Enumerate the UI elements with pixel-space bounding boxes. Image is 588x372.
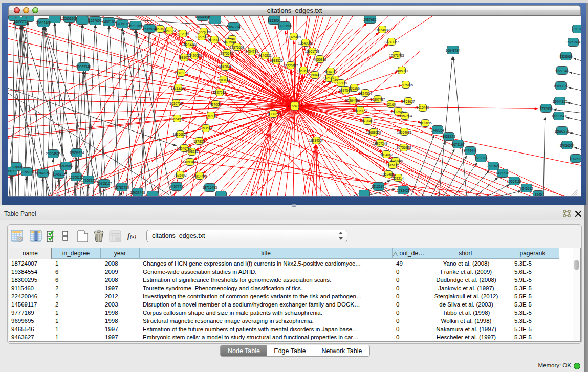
svg-text:2718170: 2718170 xyxy=(175,71,188,74)
svg-text:9245: 9245 xyxy=(535,192,542,196)
svg-text:12859924: 12859924 xyxy=(70,150,84,154)
svg-text:1990443: 1990443 xyxy=(308,73,321,76)
svg-text:7857274: 7857274 xyxy=(227,25,241,28)
svg-text:10654112: 10654112 xyxy=(507,179,522,183)
svg-text:11325419: 11325419 xyxy=(287,35,301,38)
svg-text:3875645: 3875645 xyxy=(220,51,233,55)
svg-text:417006: 417006 xyxy=(210,102,221,106)
svg-text:9777169: 9777169 xyxy=(334,81,347,84)
svg-text:1615172: 1615172 xyxy=(386,163,399,166)
svg-text:9360124: 9360124 xyxy=(163,29,176,32)
svg-text:20364436: 20364436 xyxy=(345,98,360,102)
svg-text:10958107: 10958107 xyxy=(97,181,112,185)
svg-text:1145113: 1145113 xyxy=(53,172,66,176)
svg-text:10688609: 10688609 xyxy=(366,130,381,134)
svg-text:9115460: 9115460 xyxy=(417,105,429,109)
svg-text:14136141: 14136141 xyxy=(372,184,386,188)
svg-text:62160: 62160 xyxy=(386,102,396,106)
svg-text:1733426: 1733426 xyxy=(397,188,410,192)
svg-text:16210643: 16210643 xyxy=(552,114,567,117)
svg-text:16782759: 16782759 xyxy=(115,185,129,189)
svg-text:16543382: 16543382 xyxy=(182,42,197,46)
svg-text:2603144: 2603144 xyxy=(217,78,230,81)
svg-text:8186323: 8186323 xyxy=(208,38,221,41)
svg-text:20691406: 20691406 xyxy=(36,20,51,24)
svg-text:22420046: 22420046 xyxy=(187,53,202,57)
svg-text:15751074: 15751074 xyxy=(566,40,581,43)
svg-text:10756928: 10756928 xyxy=(397,145,411,149)
svg-text:19384554: 19384554 xyxy=(309,138,324,142)
svg-text:9084067: 9084067 xyxy=(380,152,393,156)
svg-text:23226058: 23226058 xyxy=(197,30,211,33)
svg-text:14957694: 14957694 xyxy=(398,114,412,117)
svg-text:6497568: 6497568 xyxy=(339,88,352,92)
svg-text:18724007: 18724007 xyxy=(288,104,302,107)
svg-text:12093872: 12093872 xyxy=(554,84,569,87)
svg-text:9474444: 9474444 xyxy=(464,148,477,152)
svg-text:12444155: 12444155 xyxy=(553,99,568,103)
svg-text:19524851: 19524851 xyxy=(381,172,396,176)
svg-text:12213302: 12213302 xyxy=(171,86,186,90)
svg-text:13640910: 13640910 xyxy=(298,41,313,45)
svg-text:587832: 587832 xyxy=(193,139,205,143)
svg-text:15692971: 15692971 xyxy=(555,129,570,133)
svg-text:9457771: 9457771 xyxy=(170,184,183,188)
svg-text:12975115: 12975115 xyxy=(399,83,413,86)
svg-text:10025458: 10025458 xyxy=(391,110,406,113)
svg-text:12923448: 12923448 xyxy=(130,190,145,194)
svg-text:8427552: 8427552 xyxy=(213,90,226,94)
svg-text:19654952: 19654952 xyxy=(170,117,185,120)
svg-text:8938923: 8938923 xyxy=(442,134,455,138)
svg-text:10719185: 10719185 xyxy=(115,21,130,25)
svg-text:2087682: 2087682 xyxy=(363,17,377,21)
svg-text:6466160: 6466160 xyxy=(102,19,116,23)
svg-text:13220317: 13220317 xyxy=(284,63,298,67)
svg-text:1935001: 1935001 xyxy=(10,165,23,168)
svg-text:7485003: 7485003 xyxy=(395,69,408,72)
svg-text:24055724: 24055724 xyxy=(14,19,29,23)
svg-text:18807249: 18807249 xyxy=(373,141,388,145)
svg-text:9329966: 9329966 xyxy=(559,54,573,58)
svg-text:9245612: 9245612 xyxy=(520,186,533,190)
svg-text:16648784: 16648784 xyxy=(446,48,461,52)
svg-text:3824554: 3824554 xyxy=(359,91,372,95)
svg-text:1588520: 1588520 xyxy=(270,58,283,62)
svg-text:8471676: 8471676 xyxy=(496,171,509,174)
svg-text:14120746: 14120746 xyxy=(388,159,403,162)
svg-text:1010755: 1010755 xyxy=(169,101,183,105)
svg-text:9227343: 9227343 xyxy=(555,69,569,72)
svg-text:7386372: 7386372 xyxy=(354,108,367,112)
svg-text:4498222: 4498222 xyxy=(185,149,199,153)
svg-text:8813054: 8813054 xyxy=(268,18,281,22)
svg-text:20053346: 20053346 xyxy=(76,64,91,68)
svg-text:9899695: 9899695 xyxy=(419,121,432,124)
svg-text:8454749: 8454749 xyxy=(245,49,258,53)
svg-text:1353594: 1353594 xyxy=(199,126,212,129)
svg-text:9146821: 9146821 xyxy=(258,53,272,57)
svg-text:12213967: 12213967 xyxy=(384,40,399,43)
svg-text:15720407: 15720407 xyxy=(360,119,375,122)
svg-text:9463627: 9463627 xyxy=(402,99,415,103)
svg-text:9242845: 9242845 xyxy=(219,64,232,68)
svg-text:23876608: 23876608 xyxy=(230,45,245,49)
svg-text:f(x): f(x) xyxy=(127,232,137,240)
svg-text:17957225: 17957225 xyxy=(81,178,96,182)
svg-text:7955812: 7955812 xyxy=(313,57,326,61)
svg-text:16033809: 16033809 xyxy=(195,16,210,18)
svg-text:98901: 98901 xyxy=(180,55,189,59)
svg-text:19975867: 19975867 xyxy=(59,164,74,167)
svg-text:19654923: 19654923 xyxy=(397,130,412,134)
svg-text:17016504: 17016504 xyxy=(560,143,575,147)
svg-text:9734023: 9734023 xyxy=(324,70,337,73)
svg-text:8267110: 8267110 xyxy=(205,114,217,117)
svg-text:16154808: 16154808 xyxy=(375,28,390,31)
svg-text:9327503: 9327503 xyxy=(195,35,208,38)
svg-text:9327504: 9327504 xyxy=(223,40,236,43)
svg-text:20204576: 20204576 xyxy=(46,151,61,155)
svg-text:12942757: 12942757 xyxy=(36,171,51,174)
svg-text:1167533: 1167533 xyxy=(570,157,581,160)
svg-text:252214: 252214 xyxy=(393,176,404,180)
svg-text:7625402: 7625402 xyxy=(173,173,187,177)
svg-text:8912955: 8912955 xyxy=(176,32,189,35)
svg-text:19166827: 19166827 xyxy=(173,132,188,136)
